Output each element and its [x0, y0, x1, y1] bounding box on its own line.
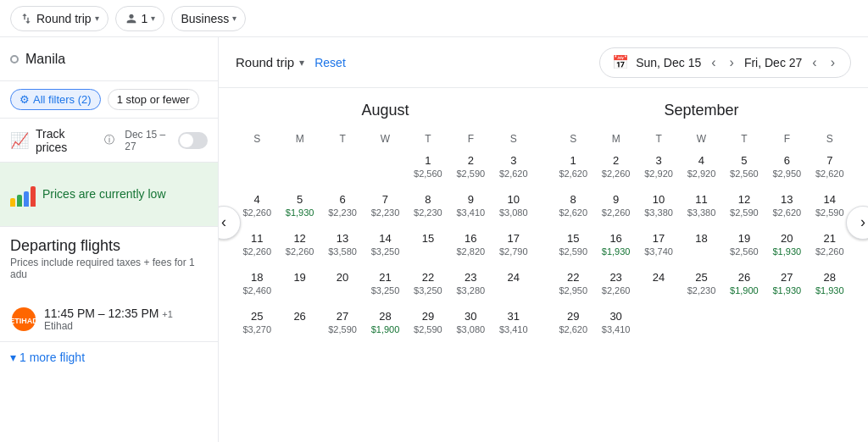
list-item[interactable]: 12$2,260 — [280, 229, 319, 260]
list-item[interactable]: 11$2,260 — [237, 229, 276, 260]
list-item[interactable]: 4$2,920 — [682, 151, 721, 182]
list-item[interactable]: 27$1,930 — [767, 268, 806, 299]
calendar-week-row: 18$2,460192021$3,25022$3,25023$3,28024 — [236, 265, 535, 304]
start-date-prev-arrow[interactable]: ‹ — [708, 53, 719, 72]
list-item[interactable]: 12$2,590 — [725, 190, 764, 221]
list-item[interactable]: 1$2,560 — [409, 151, 448, 182]
table-row: 5$1,930 — [278, 187, 320, 226]
list-item[interactable]: 20$1,930 — [767, 229, 806, 260]
flight-item[interactable]: ETIHAD 11:45 PM – 12:35 PM +1 Etihad — [0, 297, 218, 342]
list-item[interactable]: 22$2,950 — [554, 268, 593, 299]
table-row: 20$1,930 — [765, 226, 808, 265]
list-item[interactable]: 30$3,410 — [596, 307, 635, 338]
list-item[interactable]: 13$3,580 — [323, 229, 362, 260]
list-item[interactable]: 2$2,590 — [451, 151, 490, 182]
table-row: 23$2,260 — [594, 265, 637, 304]
list-item[interactable]: 5$1,930 — [280, 190, 319, 221]
list-item[interactable]: 23$3,280 — [451, 268, 490, 299]
day-price: $2,620 — [559, 324, 587, 334]
roundtrip-button[interactable]: Round trip ▾ — [10, 6, 108, 31]
day-price: $2,230 — [687, 285, 716, 296]
list-item[interactable]: 31$3,410 — [494, 307, 533, 338]
list-item[interactable]: 3$2,620 — [494, 151, 533, 182]
date-range-selector[interactable]: 📅 Sun, Dec 15 ‹ › Fri, Dec 27 ‹ › — [599, 47, 851, 78]
list-item[interactable]: 11$3,380 — [682, 190, 721, 221]
list-item[interactable]: 2$2,260 — [596, 151, 635, 182]
list-item[interactable]: 7$2,620 — [810, 151, 849, 182]
class-chevron-icon: ▾ — [232, 14, 236, 23]
table-row — [765, 304, 808, 343]
stop-filter-button[interactable]: 1 stop or fewer — [108, 89, 199, 110]
weekday-header: T — [321, 130, 364, 148]
list-item[interactable]: 15$2,590 — [554, 229, 593, 260]
list-item[interactable]: 3$2,920 — [639, 151, 678, 182]
list-item[interactable]: 15 — [409, 229, 448, 249]
list-item[interactable]: 21$2,260 — [810, 229, 849, 260]
list-item[interactable]: 23$2,260 — [596, 268, 635, 299]
all-filters-button[interactable]: ⚙ All filters (2) — [10, 89, 101, 110]
day-number: 27 — [337, 310, 348, 323]
more-flights-row[interactable]: ▾ 1 more flight — [0, 342, 218, 373]
day-number: 6 — [784, 154, 790, 168]
reset-button[interactable]: Reset — [314, 56, 346, 69]
filter-icon: ⚙ — [19, 93, 30, 106]
list-item[interactable]: 17$3,740 — [639, 229, 678, 260]
passengers-button[interactable]: 1 ▾ — [115, 6, 165, 31]
list-item[interactable]: 10$3,380 — [639, 190, 678, 221]
prices-low-banner: Prices are currently low — [0, 163, 218, 227]
list-item[interactable]: 21$3,250 — [365, 268, 404, 299]
table-row: 16$2,820 — [449, 226, 492, 265]
list-item[interactable]: 26$1,900 — [725, 268, 764, 299]
list-item[interactable]: 8$2,230 — [409, 190, 448, 221]
list-item[interactable]: 6$2,950 — [767, 151, 806, 182]
list-item[interactable]: 18$2,460 — [237, 268, 276, 299]
table-row: 12$2,260 — [278, 226, 320, 265]
list-item[interactable]: 19 — [280, 268, 319, 288]
list-item[interactable]: 24 — [639, 268, 678, 288]
list-item[interactable]: 28$1,930 — [810, 268, 849, 299]
list-item[interactable]: 16$2,820 — [451, 229, 490, 260]
list-item[interactable]: 26 — [280, 307, 319, 327]
list-item[interactable]: 1$2,620 — [554, 151, 593, 182]
list-item[interactable]: 25$3,270 — [237, 307, 276, 338]
class-button[interactable]: Business ▾ — [171, 6, 246, 31]
weekday-header: T — [723, 130, 765, 148]
day-price: $2,620 — [559, 207, 587, 218]
list-item[interactable]: 29$2,590 — [409, 307, 448, 338]
list-item[interactable]: 14$3,250 — [365, 229, 404, 260]
list-item[interactable]: 18 — [682, 229, 721, 249]
list-item[interactable]: 24 — [494, 268, 533, 288]
start-date-next-arrow[interactable]: › — [726, 53, 737, 72]
list-item[interactable]: 20 — [323, 268, 362, 288]
list-item[interactable]: 9$2,260 — [596, 190, 635, 221]
list-item[interactable]: 7$2,230 — [365, 190, 404, 221]
list-item[interactable]: 6$2,230 — [323, 190, 362, 221]
end-date-next-arrow[interactable]: › — [827, 53, 838, 72]
table-row: 11$3,380 — [680, 187, 722, 226]
list-item[interactable]: 9$3,410 — [451, 190, 490, 221]
track-prices-toggle[interactable] — [178, 132, 208, 149]
origin-dot-icon — [10, 55, 19, 64]
list-item[interactable]: 22$3,250 — [409, 268, 448, 299]
end-date-prev-arrow[interactable]: ‹ — [809, 53, 820, 72]
day-number: 19 — [293, 271, 305, 285]
calendar-week-row: 1$2,6202$2,2603$2,9204$2,9205$2,5606$2,9… — [552, 148, 851, 187]
list-item[interactable]: 29$2,620 — [554, 307, 593, 338]
list-item[interactable]: 19$2,560 — [725, 229, 764, 260]
list-item[interactable]: 13$2,620 — [767, 190, 806, 221]
list-item[interactable]: 17$2,790 — [494, 229, 533, 260]
list-item[interactable]: 10$3,080 — [494, 190, 533, 221]
day-price: $2,230 — [371, 207, 400, 218]
list-item[interactable]: 28$1,900 — [365, 307, 404, 338]
list-item[interactable]: 16$1,930 — [596, 229, 635, 260]
list-item[interactable]: 4$2,260 — [237, 190, 276, 221]
list-item[interactable]: 14$2,590 — [810, 190, 849, 221]
list-item[interactable]: 25$2,230 — [682, 268, 721, 299]
list-item[interactable]: 27$2,590 — [323, 307, 362, 338]
table-row: 15 — [407, 226, 449, 265]
calendar-roundtrip-selector[interactable]: Round trip ▾ — [236, 55, 304, 69]
list-item[interactable]: 5$2,560 — [725, 151, 764, 182]
day-price: $2,460 — [242, 285, 271, 296]
list-item[interactable]: 30$3,080 — [451, 307, 490, 338]
list-item[interactable]: 8$2,620 — [554, 190, 593, 221]
